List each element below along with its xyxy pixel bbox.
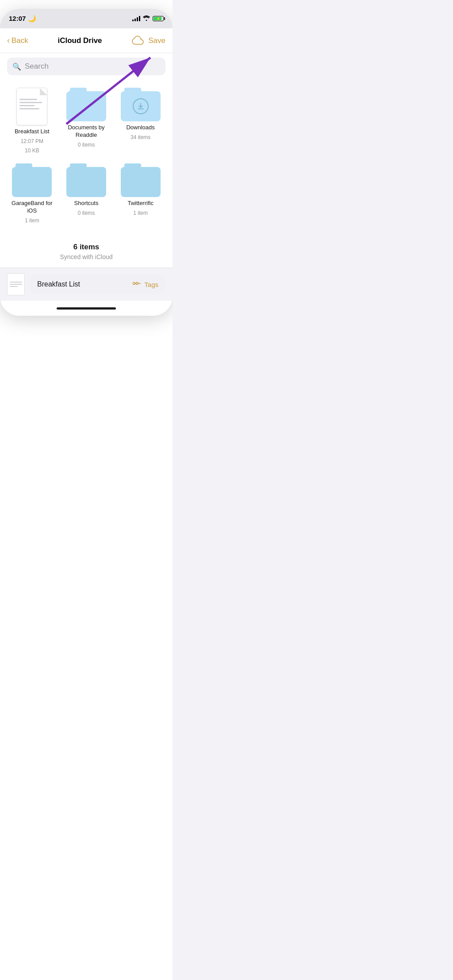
- file-grid: Breakfast List 12:07 PM 10 KB Documents …: [0, 81, 173, 231]
- sheet-doc-line: [10, 282, 22, 283]
- file-item-documents-by-readdle[interactable]: Documents by Readdle 0 items: [61, 88, 111, 155]
- sheet-info-panel[interactable]: Breakfast List Tags: [30, 275, 165, 294]
- search-icon: 🔍: [12, 62, 21, 71]
- file-meta: 0 items: [78, 210, 95, 217]
- battery-icon: ⚡: [153, 16, 164, 21]
- file-item-breakfast-list[interactable]: Breakfast List 12:07 PM 10 KB: [7, 88, 57, 155]
- file-name: Twitterrific: [127, 200, 154, 207]
- doc-lines: [19, 99, 44, 109]
- sheet-doc-lines: [8, 279, 24, 290]
- moon-icon: 🌙: [28, 15, 36, 22]
- wifi-icon: [143, 15, 150, 22]
- nav-right-actions: Save: [131, 35, 165, 46]
- sheet-tags-button[interactable]: Tags: [133, 280, 158, 288]
- tags-icon: [133, 280, 142, 288]
- file-meta-time: 12:07 PM: [21, 138, 43, 145]
- file-item-shortcuts[interactable]: Shortcuts 0 items: [61, 163, 111, 224]
- folder-icon: [121, 163, 161, 197]
- folder-body: [121, 91, 161, 121]
- file-name: Breakfast List: [15, 128, 50, 136]
- status-time: 12:07 🌙: [9, 15, 36, 23]
- doc-corner: [40, 88, 47, 95]
- home-indicator: [0, 301, 173, 316]
- sync-status: Synced with iCloud: [7, 253, 165, 260]
- file-item-downloads[interactable]: Downloads 34 items: [115, 88, 165, 155]
- folder-body: [66, 91, 106, 121]
- home-bar: [57, 307, 116, 310]
- folder-body: [66, 167, 106, 197]
- file-name: GarageBand for iOS: [7, 200, 57, 215]
- sheet-filename: Breakfast List: [37, 280, 80, 288]
- page-title: iCloud Drive: [58, 36, 102, 45]
- sheet-doc-line: [10, 286, 18, 287]
- folder-icon: [66, 163, 106, 197]
- file-meta: 1 item: [25, 217, 39, 225]
- download-circle: [133, 98, 149, 114]
- folder-body: [121, 167, 161, 197]
- sheet-doc-line: [10, 284, 22, 285]
- sheet-doc-thumbnail: [7, 273, 25, 295]
- folder-body: [12, 167, 52, 197]
- file-name: Shortcuts: [74, 200, 99, 207]
- bottom-sheet: Breakfast List Tags: [0, 267, 173, 301]
- back-label: Back: [12, 36, 28, 45]
- tags-label: Tags: [144, 281, 158, 288]
- file-meta: 34 items: [131, 134, 150, 141]
- icloud-icon: [131, 35, 144, 46]
- folder-icon: [12, 163, 52, 197]
- phone-frame: 12:07 🌙 ⚡: [0, 9, 173, 316]
- folder-download-icon: [121, 88, 161, 121]
- folder-icon: [66, 88, 106, 121]
- file-item-twitterrific[interactable]: Twitterrific 1 item: [115, 163, 165, 224]
- download-overlay: [121, 91, 161, 121]
- document-thumbnail: [16, 88, 47, 125]
- file-meta: 1 item: [133, 210, 148, 217]
- chevron-left-icon: ‹: [7, 36, 10, 45]
- search-placeholder: Search: [25, 62, 49, 71]
- search-bar[interactable]: 🔍 Search: [7, 58, 165, 75]
- file-item-garageband[interactable]: GarageBand for iOS 1 item: [7, 163, 57, 224]
- file-meta: 0 items: [78, 142, 95, 149]
- signal-icon: [132, 16, 140, 21]
- back-button[interactable]: ‹ Back: [7, 36, 28, 45]
- search-container: 🔍 Search: [0, 53, 173, 80]
- file-meta-size: 10 KB: [25, 147, 39, 155]
- status-icons: ⚡: [132, 15, 164, 22]
- status-bar: 12:07 🌙 ⚡: [0, 9, 173, 28]
- footer-info: 6 items Synced with iCloud: [0, 232, 173, 267]
- file-name: Downloads: [126, 124, 154, 132]
- nav-bar: ‹ Back iCloud Drive Save: [0, 28, 173, 53]
- save-button[interactable]: Save: [148, 36, 165, 45]
- file-name: Documents by Readdle: [61, 124, 111, 139]
- item-count: 6 items: [7, 243, 165, 252]
